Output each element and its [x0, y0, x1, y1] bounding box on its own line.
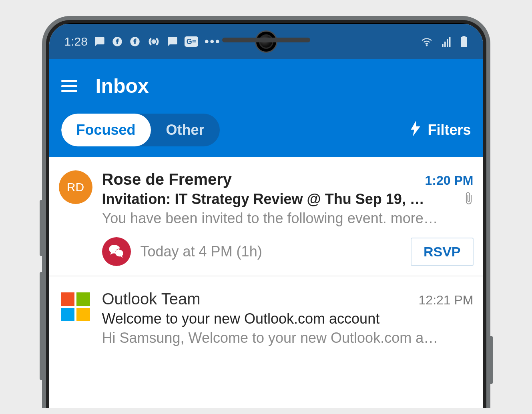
- filters-label: Filters: [428, 122, 471, 138]
- power-button: [490, 336, 493, 384]
- focused-other-toggle: Focused Other: [61, 114, 220, 146]
- message-preview: You have been invited to the following e…: [102, 210, 474, 227]
- cell-signal-icon: [441, 36, 453, 48]
- bolt-icon: [410, 120, 421, 140]
- menu-button[interactable]: [61, 80, 77, 92]
- volume-button: [40, 200, 43, 256]
- message-subject: Invitation: IT Strategy Review @ Thu Sep…: [102, 191, 457, 208]
- more-notifications-icon: •••: [205, 35, 221, 48]
- app-header: Inbox Focused Other Filters: [49, 59, 483, 157]
- avatar-microsoft-logo: [59, 290, 92, 324]
- news-notification-icon: G≡: [185, 36, 198, 47]
- facebook-notification-icon: [129, 36, 141, 48]
- event-time: Today at 4 PM (1h): [141, 243, 262, 260]
- page-title: Inbox: [96, 74, 149, 98]
- tab-focused[interactable]: Focused: [61, 114, 151, 146]
- speaker-notch: [222, 38, 310, 42]
- filters-button[interactable]: Filters: [410, 120, 471, 140]
- svg-point-0: [152, 40, 155, 43]
- facebook-notification-icon: [112, 36, 123, 48]
- message-time: 1:20 PM: [425, 173, 474, 188]
- tab-other[interactable]: Other: [151, 114, 220, 146]
- message-subject: Welcome to your new Outlook.com account: [102, 310, 474, 327]
- message-list: RD Rose de Fremery 1:20 PM Invitation: I…: [49, 157, 483, 356]
- message-preview: Hi Samsung, Welcome to your new Outlook.…: [102, 330, 474, 346]
- avatar: RD: [59, 170, 92, 204]
- message-item[interactable]: Outlook Team 12:21 PM Welcome to your ne…: [49, 276, 483, 356]
- calendar-event-row: Today at 4 PM (1h) RSVP: [102, 237, 474, 266]
- message-sender: Rose de Fremery: [102, 170, 232, 188]
- battery-icon: [460, 36, 468, 48]
- chat-notification-icon: [94, 36, 105, 48]
- messages-notification-icon: [167, 36, 178, 48]
- message-item[interactable]: RD Rose de Fremery 1:20 PM Invitation: I…: [49, 157, 483, 276]
- attachment-icon: [464, 191, 474, 207]
- event-chat-icon: [102, 237, 131, 266]
- rsvp-button[interactable]: RSVP: [411, 238, 474, 266]
- phone-frame: 1:28 G≡ •••: [42, 16, 490, 408]
- volume-button: [40, 272, 43, 380]
- phone-screen: 1:28 G≡ •••: [49, 24, 483, 408]
- message-sender: Outlook Team: [102, 290, 201, 308]
- hotspot-icon: [147, 36, 161, 48]
- message-time: 12:21 PM: [419, 293, 474, 308]
- wifi-icon: [420, 36, 434, 48]
- status-clock: 1:28: [64, 35, 88, 48]
